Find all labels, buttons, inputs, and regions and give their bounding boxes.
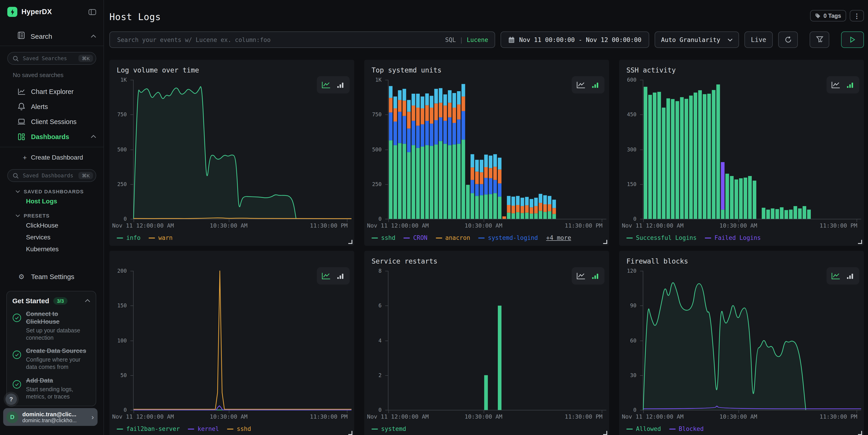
- sidebar-item-kubernetes[interactable]: Kubernetes: [0, 244, 103, 254]
- sidebar-item-team-settings[interactable]: ⚙ Team Settings: [0, 269, 103, 284]
- saved-dashboards-input[interactable]: ⌘K: [7, 169, 96, 182]
- sidebar-item-alerts[interactable]: Alerts: [0, 99, 103, 114]
- more-options-button[interactable]: ⋮: [850, 10, 864, 22]
- refresh-button[interactable]: [778, 31, 798, 48]
- chart-type-toggle[interactable]: [317, 76, 350, 93]
- bar-chart-toggle-icon[interactable]: [591, 81, 600, 89]
- plot[interactable]: [133, 271, 351, 410]
- chevron-up-icon[interactable]: [85, 299, 90, 302]
- sidebar-item-client-sessions[interactable]: Client Sessions: [0, 114, 103, 129]
- granularity-select[interactable]: Auto Granularity: [655, 31, 739, 48]
- chart-type-toggle[interactable]: [572, 76, 604, 93]
- user-menu[interactable]: D dominic.tran@clic... dominic.tran@clic…: [3, 408, 98, 426]
- resize-handle[interactable]: [348, 240, 352, 244]
- x-axis-label: Nov 11 12:00:00 AM: [112, 222, 174, 229]
- create-dashboard-button[interactable]: + Create Dashboard: [0, 150, 103, 165]
- chart-canvas[interactable]: [389, 80, 606, 219]
- legend-item[interactable]: anacron: [436, 235, 470, 241]
- plot[interactable]: [388, 271, 606, 410]
- chart-canvas[interactable]: [133, 80, 351, 219]
- presets-section[interactable]: PRESETS: [0, 213, 103, 218]
- resize-handle[interactable]: [603, 431, 607, 435]
- line-chart-toggle-icon[interactable]: [576, 81, 586, 89]
- y-axis-label: 300: [627, 146, 637, 153]
- page-title: Host Logs: [110, 11, 807, 22]
- plot[interactable]: [643, 80, 861, 219]
- resize-handle[interactable]: [603, 240, 607, 244]
- bar-chart-toggle-icon[interactable]: [845, 272, 855, 280]
- line-chart-toggle-icon[interactable]: [831, 81, 840, 89]
- legend-item[interactable]: fail2ban-server: [117, 426, 180, 432]
- resize-handle[interactable]: [348, 431, 352, 435]
- legend-item[interactable]: kernel: [188, 426, 219, 432]
- chevron-up-icon[interactable]: [91, 34, 96, 38]
- sidebar-item-chart-explorer[interactable]: Chart Explorer: [0, 84, 103, 99]
- legend-dash: [117, 428, 123, 429]
- legend-item[interactable]: Allowed: [626, 426, 661, 432]
- chart-card-service-restarts: Service restarts 02468 Nov 11 12:00:00 A…: [364, 251, 609, 435]
- plot[interactable]: [388, 80, 606, 219]
- legend-item[interactable]: Blocked: [669, 426, 704, 432]
- lucene-mode-toggle[interactable]: Lucene: [467, 36, 488, 43]
- y-axis-label: 90: [630, 303, 637, 309]
- sidebar-item-clickhouse[interactable]: ClickHouse: [0, 220, 103, 230]
- saved-searches-field[interactable]: [22, 55, 79, 62]
- plot[interactable]: [643, 271, 861, 410]
- chart-canvas[interactable]: [389, 271, 606, 410]
- live-button[interactable]: Live: [744, 31, 773, 48]
- event-search-box[interactable]: SQL | Lucene: [110, 31, 495, 48]
- line-chart-toggle-icon[interactable]: [321, 272, 331, 280]
- sql-mode-toggle[interactable]: SQL: [445, 36, 456, 43]
- line-chart-toggle-icon[interactable]: [576, 272, 586, 280]
- legend-item[interactable]: sshd: [372, 235, 396, 241]
- legend-item[interactable]: Failed Logins: [705, 235, 761, 241]
- event-search-input[interactable]: [116, 36, 445, 43]
- tags-button[interactable]: 0 Tags: [810, 10, 846, 22]
- saved-dashboards-section[interactable]: SAVED DASHBOARDS: [0, 189, 103, 194]
- y-axis-label: 0: [378, 216, 381, 222]
- chart-canvas[interactable]: [643, 271, 861, 410]
- plot[interactable]: [133, 80, 351, 219]
- chart-type-toggle[interactable]: [572, 267, 604, 284]
- sidebar-item-search[interactable]: Search: [0, 29, 103, 43]
- legend-item[interactable]: sshd: [227, 426, 251, 432]
- get-started-step-sources[interactable]: Create Data Sources Configure where your…: [12, 348, 90, 371]
- legend-item[interactable]: warn: [149, 235, 173, 241]
- chevron-up-icon[interactable]: [91, 135, 96, 138]
- bar-chart-toggle-icon[interactable]: [591, 272, 600, 280]
- x-axis-label: 10:30:00 AM: [465, 222, 502, 229]
- chart-canvas[interactable]: [643, 80, 861, 219]
- saved-dashboards-field[interactable]: [22, 172, 79, 179]
- sidebar-item-host-logs[interactable]: Host Logs: [0, 196, 103, 206]
- line-chart-toggle-icon[interactable]: [321, 81, 331, 89]
- legend-item[interactable]: systemd-logind: [478, 235, 538, 241]
- bar-chart-toggle-icon[interactable]: [336, 272, 345, 280]
- legend-item[interactable]: CRON: [404, 235, 428, 241]
- resize-handle[interactable]: [858, 240, 862, 244]
- help-button[interactable]: ?: [5, 394, 17, 405]
- chart-type-toggle[interactable]: [827, 267, 859, 284]
- chart-canvas[interactable]: [133, 271, 351, 410]
- sidebar-item-dashboards[interactable]: Dashboards: [0, 129, 103, 144]
- chart-type-toggle[interactable]: [317, 267, 350, 284]
- y-axis-label: 500: [372, 146, 381, 153]
- legend-item[interactable]: +4 more: [546, 235, 571, 241]
- line-chart-toggle-icon[interactable]: [831, 272, 840, 280]
- sidebar-collapse-icon[interactable]: [88, 8, 96, 15]
- legend-item[interactable]: info: [117, 235, 141, 241]
- bar-chart-toggle-icon[interactable]: [845, 81, 855, 89]
- bell-icon: [17, 102, 26, 110]
- y-axis-label: 1K: [120, 76, 127, 83]
- saved-searches-input[interactable]: ⌘K: [7, 52, 96, 65]
- chart-type-toggle[interactable]: [827, 76, 859, 93]
- filter-button[interactable]: [810, 31, 829, 48]
- get-started-step-connect[interactable]: Connect to ClickHouse Set up your databa…: [12, 311, 90, 342]
- resize-handle[interactable]: [858, 431, 862, 435]
- sidebar-item-services[interactable]: Services: [0, 231, 103, 242]
- legend-item[interactable]: systemd: [372, 426, 406, 432]
- legend-item[interactable]: Successful Logins: [626, 235, 696, 241]
- run-query-button[interactable]: [841, 31, 864, 48]
- date-range-picker[interactable]: Nov 11 00:00:00 - Nov 12 00:00:00: [501, 31, 649, 48]
- bar-chart-toggle-icon[interactable]: [336, 81, 345, 89]
- get-started-step-add-data[interactable]: Add Data Start sending logs, metrics, or…: [12, 377, 90, 400]
